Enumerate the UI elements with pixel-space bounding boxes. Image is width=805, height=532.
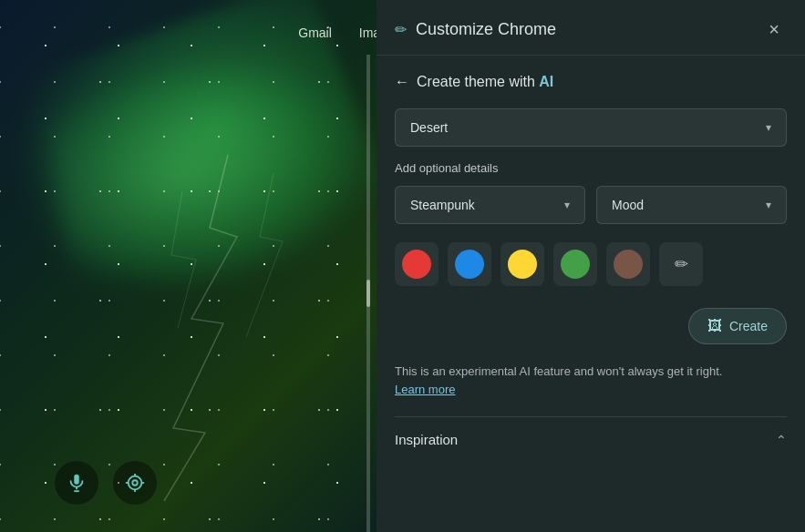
divider-handle — [366, 280, 370, 307]
svg-point-12 — [129, 476, 142, 490]
green-circle — [561, 250, 590, 279]
svg-point-13 — [132, 480, 138, 486]
inspiration-section[interactable]: Inspiration ⌃ — [395, 416, 787, 447]
panel-divider — [366, 55, 370, 532]
theme-value: Desert — [410, 120, 448, 135]
ai-label: AI — [539, 74, 553, 89]
back-label: Create theme with AI — [417, 74, 553, 90]
svg-rect-9 — [74, 475, 79, 485]
panel-content: ← Create theme with AI Desert ▾ Add opti… — [377, 56, 805, 466]
create-button[interactable]: 🖼 Create — [688, 308, 787, 344]
panel-title-row: ✏ Customize Chrome — [395, 20, 556, 39]
red-circle — [402, 250, 431, 279]
back-arrow-icon: ← — [395, 74, 409, 90]
mood-dropdown[interactable]: Mood ▾ — [596, 186, 787, 224]
wand-icon: ✏ — [395, 21, 407, 38]
mood-chevron-icon: ▾ — [766, 199, 771, 211]
style-chevron-icon: ▾ — [564, 199, 570, 211]
expand-icon: ⌃ — [776, 433, 787, 447]
lens-button[interactable] — [113, 461, 157, 505]
panel-header: ✏ Customize Chrome × — [377, 0, 805, 56]
color-swatch-blue[interactable] — [448, 242, 491, 286]
style-value: Steampunk — [410, 198, 475, 212]
color-swatch-red[interactable] — [395, 242, 439, 286]
lightning-streaks — [91, 137, 365, 501]
color-swatch-yellow[interactable] — [501, 242, 544, 286]
mic-button[interactable] — [55, 461, 98, 505]
brown-circle — [614, 250, 643, 279]
optional-label: Add optional details — [395, 161, 787, 175]
back-nav[interactable]: ← Create theme with AI — [395, 74, 787, 90]
yellow-circle — [508, 250, 537, 279]
color-swatches: ✏ — [395, 242, 787, 286]
color-swatch-brown[interactable] — [606, 242, 650, 286]
pen-color-button[interactable]: ✏ — [659, 242, 703, 286]
panel-title: Customize Chrome — [416, 20, 556, 39]
dropdowns-row: Steampunk ▾ Mood ▾ — [395, 186, 787, 224]
blue-circle — [455, 250, 484, 279]
learn-more-link[interactable]: Learn more — [395, 383, 455, 396]
inspiration-label: Inspiration — [395, 432, 458, 447]
close-button[interactable]: × — [761, 16, 787, 42]
pen-icon: ✏ — [675, 254, 688, 274]
theme-dropdown[interactable]: Desert ▾ — [395, 108, 787, 147]
create-label: Create — [729, 319, 768, 333]
mood-value: Mood — [612, 198, 644, 212]
bottom-controls — [55, 461, 157, 505]
disclaimer: This is an experimental AI feature and w… — [395, 363, 787, 398]
color-swatch-green[interactable] — [553, 242, 597, 286]
disclaimer-text: This is an experimental AI feature and w… — [395, 364, 722, 378]
create-row: 🖼 Create — [395, 308, 787, 344]
gmail-link[interactable]: Gmail — [298, 26, 332, 40]
theme-chevron-icon: ▾ — [766, 121, 771, 134]
customize-panel: ✏ Customize Chrome × ← Create theme with… — [377, 0, 805, 532]
style-dropdown[interactable]: Steampunk ▾ — [395, 186, 585, 224]
create-image-icon: 🖼 — [707, 318, 722, 334]
